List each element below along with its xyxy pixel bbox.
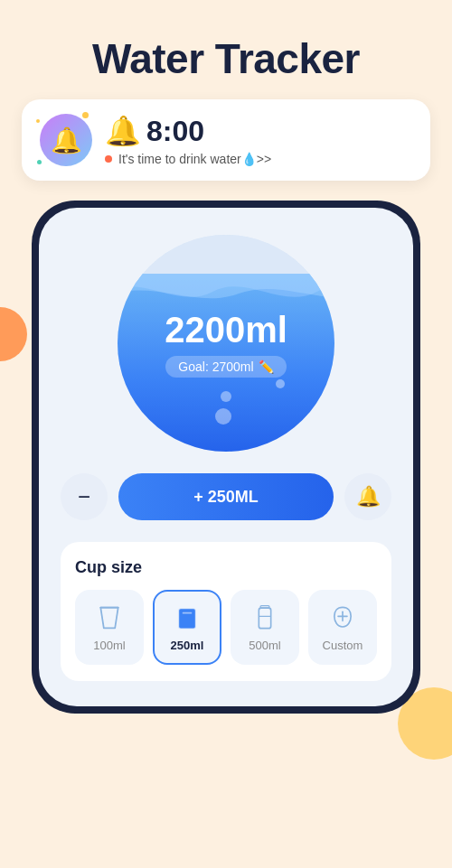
phone-screen: 2200ml Goal: 2700ml ✏️ − + 250ML 🔔 Cup s…	[39, 208, 413, 706]
cup-options: 100ml 250ml	[75, 590, 377, 665]
avatar-icon: 🔔	[51, 126, 82, 155]
controls-row: − + 250ML 🔔	[61, 473, 391, 520]
cup-label-100ml: 100ml	[93, 639, 125, 652]
cup-label-500ml: 500ml	[249, 639, 280, 652]
water-wave	[118, 274, 334, 310]
notification-card[interactable]: 🔔 🔔 8:00 It's time to drink water💧>>	[22, 99, 430, 181]
cup-section: Cup size 100ml 25	[61, 542, 391, 681]
minus-button[interactable]: −	[61, 473, 108, 520]
sparkle-decoration	[36, 119, 40, 123]
water-amount: 2200ml	[165, 310, 287, 350]
cup-icon-250ml	[174, 604, 201, 631]
water-circle: 2200ml Goal: 2700ml ✏️	[118, 235, 334, 452]
cup-icon-100ml	[96, 604, 123, 631]
water-circle-container: 2200ml Goal: 2700ml ✏️	[61, 235, 391, 452]
notification-description: It's time to drink water💧>>	[105, 152, 271, 166]
svg-rect-4	[259, 608, 270, 629]
svg-rect-2	[183, 612, 193, 614]
water-text: 2200ml Goal: 2700ml ✏️	[165, 310, 287, 378]
page-title: Water Tracker	[0, 0, 452, 99]
bell-button[interactable]: 🔔	[344, 473, 391, 520]
bubble	[221, 391, 231, 402]
cup-option-250ml[interactable]: 250ml	[153, 590, 221, 665]
notif-dot	[105, 155, 112, 163]
cup-section-title: Cup size	[75, 558, 377, 577]
notification-time: 🔔 8:00	[105, 114, 271, 148]
decoration-blob-left	[0, 307, 27, 361]
bubble	[276, 379, 285, 388]
edit-icon[interactable]: ✏️	[259, 359, 274, 374]
bubble	[215, 408, 231, 425]
time-icon: 🔔	[105, 114, 141, 148]
cup-option-100ml[interactable]: 100ml	[75, 590, 144, 665]
goal-value: Goal: 2700ml	[178, 359, 253, 374]
add-water-button[interactable]: + 250ML	[118, 473, 334, 520]
cup-icon-500ml	[251, 604, 278, 631]
time-value: 8:00	[146, 115, 204, 148]
cup-label-custom: Custom	[323, 639, 363, 652]
notif-desc-text: It's time to drink water💧>>	[118, 152, 271, 166]
water-goal[interactable]: Goal: 2700ml ✏️	[165, 356, 286, 378]
notification-text: 🔔 8:00 It's time to drink water💧>>	[105, 114, 271, 166]
cup-option-500ml[interactable]: 500ml	[231, 590, 299, 665]
cup-label-250ml: 250ml	[171, 639, 204, 652]
sparkle-decoration	[37, 160, 42, 164]
phone-mockup: 2200ml Goal: 2700ml ✏️ − + 250ML 🔔 Cup s…	[32, 201, 420, 714]
cup-option-custom[interactable]: Custom	[308, 590, 377, 665]
notification-avatar: 🔔	[40, 114, 92, 166]
svg-rect-1	[179, 609, 195, 628]
cup-icon-custom	[329, 604, 356, 631]
sparkle-decoration	[82, 112, 89, 118]
